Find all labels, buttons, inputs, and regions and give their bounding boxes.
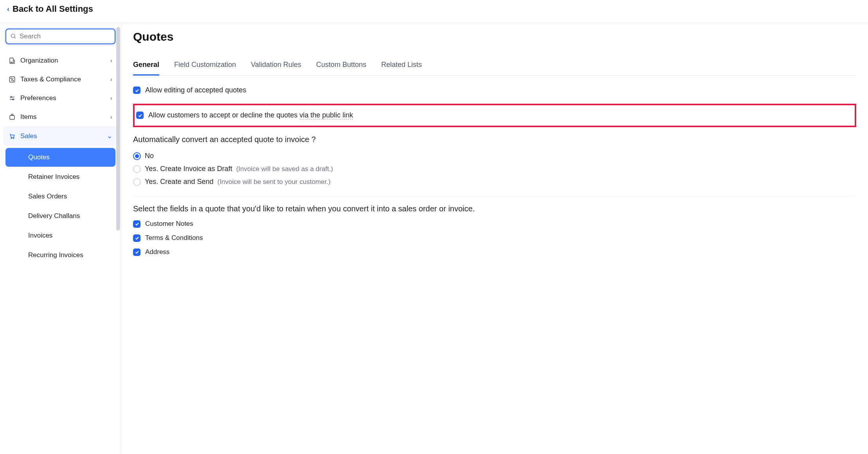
checkbox-label: Terms & Conditions	[145, 234, 203, 242]
sidebar-item-organization[interactable]: Organization ›	[3, 51, 118, 70]
svg-line-1	[14, 37, 16, 38]
checkbox-checked-icon	[133, 220, 140, 228]
svg-point-13	[13, 138, 14, 139]
search-input[interactable]	[20, 32, 111, 40]
section-retain-fields: Select the fields in a quote that you'd …	[133, 196, 856, 269]
sales-subnav: Quotes Retainer Invoices Sales Orders De…	[3, 146, 118, 265]
search-icon	[10, 33, 16, 40]
bag-icon	[9, 114, 16, 121]
public-link-text[interactable]: via the public link	[299, 111, 353, 119]
svg-point-5	[11, 78, 11, 79]
subnav-retainer-invoices[interactable]: Retainer Invoices	[5, 168, 115, 186]
checkbox-allow-public-link[interactable]: Allow customers to accept or decline the…	[136, 110, 853, 121]
chevron-down-icon: ⌄	[107, 132, 112, 140]
settings-sidebar: Organization › Taxes & Compliance › Pref…	[0, 23, 121, 454]
subnav-recurring-invoices[interactable]: Recurring Invoices	[5, 246, 115, 265]
page-title: Quotes	[133, 30, 856, 43]
checkbox-address[interactable]: Address	[133, 247, 856, 257]
tab-custom-buttons[interactable]: Custom Buttons	[316, 57, 366, 76]
radio-checked-icon	[133, 152, 141, 160]
subnav-invoices[interactable]: Invoices	[5, 226, 115, 245]
checkbox-label: Customer Notes	[145, 220, 193, 228]
svg-point-8	[11, 97, 12, 98]
radio-label: No	[145, 152, 154, 160]
auto-convert-heading: Automatically convert an accepted quote …	[133, 135, 856, 144]
subnav-quotes[interactable]: Quotes	[5, 148, 115, 167]
search-field-wrap[interactable]	[5, 29, 115, 44]
svg-point-0	[11, 34, 15, 37]
sidebar-item-label: Sales	[20, 132, 37, 140]
subnav-delivery-challans[interactable]: Delivery Challans	[5, 207, 115, 225]
checkbox-label: Allow editing of accepted quotes	[145, 86, 246, 94]
label-prefix: Allow customers to accept or decline the…	[148, 111, 299, 119]
radio-unchecked-icon	[133, 165, 141, 173]
tab-field-customization[interactable]: Field Customization	[174, 57, 236, 76]
sidebar-item-preferences[interactable]: Preferences ›	[3, 89, 118, 108]
subnav-sales-orders[interactable]: Sales Orders	[5, 187, 115, 206]
checkbox-checked-icon	[136, 112, 144, 119]
checkbox-checked-icon	[133, 234, 140, 242]
section-allow-edit-accepted: Allow editing of accepted quotes	[133, 77, 856, 104]
tab-bar: General Field Customization Validation R…	[133, 57, 856, 76]
sliders-icon	[9, 95, 16, 102]
svg-point-12	[11, 138, 12, 139]
radio-hint: (Invoice will be sent to your customer.)	[217, 178, 330, 186]
checkbox-terms-conditions[interactable]: Terms & Conditions	[133, 233, 856, 243]
sidebar-item-sales[interactable]: Sales ⌄	[3, 126, 118, 146]
chevron-right-icon: ›	[110, 57, 112, 65]
sidebar-item-label: Preferences	[20, 94, 56, 102]
tab-general[interactable]: General	[133, 57, 159, 76]
chevron-left-icon: ‹	[7, 5, 9, 13]
radio-unchecked-icon	[133, 178, 141, 186]
radio-label: Yes. Create and Send	[145, 178, 213, 186]
cart-icon	[9, 133, 16, 140]
tab-related-lists[interactable]: Related Lists	[381, 57, 422, 76]
checkbox-checked-icon	[133, 86, 140, 94]
sidebar-item-label: Items	[20, 113, 37, 121]
scrollbar-thumb[interactable]	[116, 27, 120, 231]
percent-icon	[9, 76, 16, 83]
svg-rect-2	[10, 58, 13, 63]
chevron-right-icon: ›	[110, 113, 112, 121]
radio-yes-send[interactable]: Yes. Create and Send (Invoice will be se…	[133, 175, 856, 188]
radio-hint: (Invoice will be saved as a draft.)	[236, 165, 333, 173]
main-content: Quotes General Field Customization Valid…	[121, 23, 868, 454]
retain-heading: Select the fields in a quote that you'd …	[133, 204, 856, 213]
radio-label: Yes. Create Invoice as Draft	[145, 165, 232, 173]
back-label: Back to All Settings	[13, 4, 93, 14]
checkbox-label: Allow customers to accept or decline the…	[148, 111, 353, 119]
svg-point-10	[13, 99, 14, 100]
sidebar-item-label: Taxes & Compliance	[20, 76, 81, 83]
sidebar-item-items[interactable]: Items ›	[3, 108, 118, 126]
chevron-right-icon: ›	[110, 94, 112, 102]
back-to-settings-link[interactable]: ‹ Back to All Settings	[7, 4, 93, 14]
building-icon	[9, 57, 16, 64]
radio-no[interactable]: No	[133, 150, 856, 162]
chevron-right-icon: ›	[110, 76, 112, 83]
tab-validation-rules[interactable]: Validation Rules	[251, 57, 301, 76]
checkbox-label: Address	[145, 248, 169, 256]
svg-point-6	[13, 80, 14, 81]
checkbox-customer-notes[interactable]: Customer Notes	[133, 219, 856, 229]
svg-rect-11	[10, 115, 14, 119]
section-allow-public-link-highlighted: Allow customers to accept or decline the…	[133, 104, 856, 127]
checkbox-checked-icon	[133, 249, 140, 256]
section-auto-convert: Automatically convert an accepted quote …	[133, 127, 856, 196]
checkbox-allow-edit-accepted[interactable]: Allow editing of accepted quotes	[133, 85, 856, 95]
radio-yes-draft[interactable]: Yes. Create Invoice as Draft (Invoice wi…	[133, 162, 856, 175]
sidebar-item-taxes[interactable]: Taxes & Compliance ›	[3, 70, 118, 89]
sidebar-item-label: Organization	[20, 57, 58, 65]
